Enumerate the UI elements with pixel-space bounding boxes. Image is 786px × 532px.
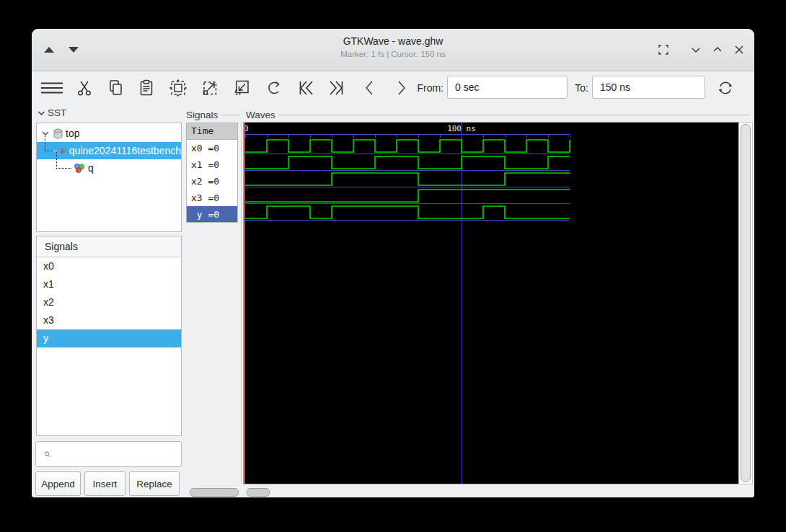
signal-name: y — [43, 332, 48, 344]
reload-button[interactable] — [714, 76, 737, 99]
signals-list-panel: Signals x0x1x2x3y — [36, 236, 182, 436]
from-input[interactable] — [447, 76, 568, 99]
time-header[interactable]: Time — [187, 123, 237, 140]
signal-names-panel: Time x0 =0x1 =0x2 =0x3 =0 y =0 — [186, 123, 238, 223]
titlebar[interactable]: GTKWave - wave.ghw Marker: 1 fs | Cursor… — [32, 29, 754, 71]
pane-splitter[interactable] — [241, 123, 242, 484]
menu-icon — [40, 79, 63, 97]
signal-list-item[interactable]: x1 — [37, 275, 181, 293]
search-icon — [43, 447, 51, 461]
close-button[interactable] — [730, 40, 749, 59]
fullscreen-button[interactable] — [654, 40, 673, 59]
signals-list: x0x1x2x3y — [37, 257, 181, 347]
menu-button[interactable] — [40, 76, 63, 99]
tree-guide-line — [56, 152, 71, 169]
paste-icon — [137, 79, 156, 97]
close-icon — [733, 44, 745, 56]
tree-guide-line — [45, 135, 52, 151]
fetch-to-end-button[interactable] — [325, 76, 348, 99]
frame-rule — [278, 115, 750, 115]
signal-search-box[interactable] — [35, 441, 182, 467]
signals-list-header[interactable]: Signals — [37, 236, 181, 257]
to-start-icon — [296, 79, 315, 97]
waves-horizontal-scrollbar[interactable] — [247, 488, 270, 497]
frame-rule — [221, 115, 239, 115]
zoom-in-icon — [200, 79, 219, 97]
signal-value-rows: x0 =0x1 =0x2 =0x3 =0 y =0 — [187, 140, 237, 223]
toolbar: From: To: — [32, 71, 754, 106]
signal-value-row[interactable]: x2 =0 — [187, 173, 237, 190]
archive-icon — [53, 128, 63, 139]
signal-value-row[interactable]: x0 =0 — [187, 140, 237, 156]
waves-column-header: Waves — [246, 110, 750, 120]
minimize-button[interactable] — [686, 40, 705, 59]
waveform-canvas[interactable]: 0100 ns — [243, 122, 739, 484]
signal-list-item[interactable]: y — [37, 329, 181, 347]
tree-item-label: q — [88, 162, 94, 174]
signal-value-label: x2 =0 — [191, 176, 219, 187]
copy-icon — [106, 79, 125, 97]
signal-name: x3 — [43, 314, 54, 326]
signal-list-item[interactable]: x0 — [37, 257, 181, 275]
fetch-to-start-button[interactable] — [294, 76, 317, 99]
chevron-down-icon — [690, 44, 702, 56]
to-end-icon — [327, 79, 346, 97]
signal-value-label: x0 =0 — [191, 143, 219, 154]
insert-button[interactable]: Insert — [84, 471, 125, 496]
signal-name: x1 — [43, 278, 54, 290]
signal-value-row[interactable]: x3 =0 — [187, 190, 237, 206]
undo-button[interactable] — [262, 76, 285, 99]
module-icon — [74, 163, 85, 174]
tree-item-label: top — [66, 128, 79, 139]
next-edge-button[interactable] — [389, 76, 412, 99]
waves-frame-label: Waves — [246, 110, 275, 120]
signals-column-header: Signals — [186, 110, 239, 120]
tree-item-label: quine20241116testbench — [69, 145, 181, 156]
chevron-left-icon — [361, 79, 379, 97]
chevron-right-icon — [392, 79, 410, 97]
previous-edge-button[interactable] — [358, 76, 381, 99]
cut-icon — [75, 79, 94, 97]
search-input[interactable] — [51, 441, 181, 467]
replace-button[interactable]: Replace — [129, 471, 180, 496]
signal-value-row[interactable]: x1 =0 — [187, 156, 237, 173]
paste-button[interactable] — [135, 76, 158, 99]
from-label: From: — [412, 71, 443, 105]
signals-frame-label: Signals — [186, 110, 218, 120]
fullscreen-icon — [658, 44, 669, 56]
waveform-plot: 0100 ns — [244, 123, 738, 484]
zoom-out-button[interactable] — [230, 76, 253, 99]
waves-vertical-scrollbar[interactable] — [738, 122, 753, 484]
signals-horizontal-scrollbar[interactable] — [190, 488, 239, 497]
sst-label: SST — [48, 107, 66, 118]
signal-value-row[interactable]: y =0 — [187, 206, 237, 223]
marker-cursor-status: Marker: 1 fs | Cursor: 150 ns — [32, 50, 754, 58]
scrollbar-thumb[interactable] — [741, 124, 751, 482]
cut-button[interactable] — [73, 76, 96, 99]
signal-list-item[interactable]: x3 — [37, 311, 181, 329]
chevron-up-icon — [712, 44, 723, 56]
zoom-fit-icon — [169, 79, 187, 97]
signal-name: x2 — [43, 296, 54, 308]
sst-header[interactable]: SST — [37, 107, 81, 118]
signal-value-label: x1 =0 — [191, 159, 219, 170]
main-area: SST top quine20241116t — [32, 105, 754, 497]
gtkwave-window: GTKWave - wave.ghw Marker: 1 fs | Cursor… — [32, 29, 754, 497]
zoom-fit-button[interactable] — [167, 76, 190, 99]
signal-name: x0 — [43, 260, 54, 272]
collapse-chevron-icon — [37, 110, 45, 117]
reload-icon — [716, 79, 735, 97]
zoom-out-icon — [232, 79, 251, 97]
append-button[interactable]: Append — [35, 471, 81, 496]
undo-icon — [264, 79, 283, 97]
window-title: GTKWave - wave.ghw — [32, 35, 754, 47]
desktop-background: GTKWave - wave.ghw Marker: 1 fs | Cursor… — [0, 0, 786, 532]
maximize-button[interactable] — [708, 40, 727, 59]
signal-value-label: y =0 — [191, 209, 219, 220]
copy-button[interactable] — [104, 76, 127, 99]
tree-item-top[interactable]: top — [37, 125, 181, 142]
sst-tree: top quine20241116testbench q — [36, 123, 182, 232]
zoom-in-button[interactable] — [198, 76, 221, 99]
signal-list-item[interactable]: x2 — [37, 293, 181, 311]
to-input[interactable] — [592, 76, 705, 99]
